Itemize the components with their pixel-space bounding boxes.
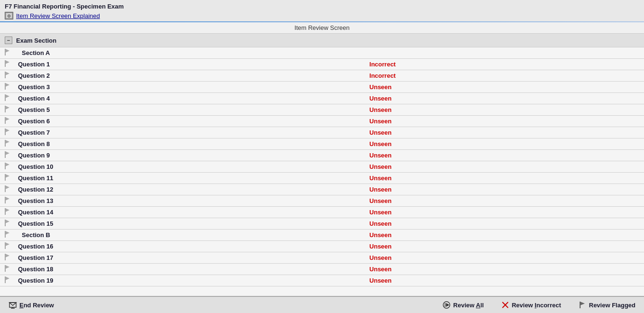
status-cell: Unseen bbox=[366, 252, 644, 264]
question-name-cell[interactable]: Question 12 bbox=[14, 184, 366, 195]
status-badge: Unseen bbox=[369, 163, 392, 170]
flag-icon bbox=[4, 174, 10, 181]
table-row[interactable]: Question 19Unseen bbox=[0, 275, 644, 286]
table-row[interactable]: Question 6Unseen bbox=[0, 116, 644, 127]
status-cell: Unseen bbox=[366, 116, 644, 127]
status-cell: Incorrect bbox=[366, 70, 644, 82]
table-row[interactable]: Question 8Unseen bbox=[0, 138, 644, 150]
svg-marker-45 bbox=[9, 303, 16, 305]
end-review-label-rest: nd Review bbox=[24, 302, 54, 309]
svg-marker-5 bbox=[5, 60, 9, 64]
flag-icon bbox=[4, 276, 10, 284]
question-name-cell[interactable]: Question 13 bbox=[14, 195, 366, 207]
table-row[interactable]: Question 15Unseen bbox=[0, 218, 644, 230]
table-row[interactable]: Question 17Unseen bbox=[0, 252, 644, 264]
table-row[interactable]: Question 14Unseen bbox=[0, 207, 644, 218]
table-row[interactable]: Question 11Unseen bbox=[0, 173, 644, 184]
question-name-cell[interactable]: Question 10 bbox=[14, 161, 366, 173]
status-badge: Unseen bbox=[369, 186, 392, 193]
flag-cell bbox=[0, 195, 14, 207]
flag-cell bbox=[0, 127, 14, 138]
review-panel: − Exam Section Section A Question 1Incor… bbox=[0, 34, 644, 296]
svg-marker-31 bbox=[5, 208, 9, 212]
svg-marker-19 bbox=[5, 140, 9, 144]
question-name-cell[interactable]: Question 7 bbox=[14, 127, 366, 138]
table-row[interactable]: Question 18Unseen bbox=[0, 264, 644, 275]
table-row[interactable]: Question 5Unseen bbox=[0, 104, 644, 116]
status-cell: Incorrect bbox=[366, 59, 644, 70]
help-link[interactable]: Item Review Screen Explained bbox=[16, 12, 100, 19]
question-name-cell[interactable]: Question 2 bbox=[14, 70, 366, 82]
question-name-cell[interactable]: Question 1 bbox=[14, 59, 366, 70]
table-row[interactable]: Section A bbox=[0, 47, 644, 59]
flag-icon bbox=[4, 208, 10, 215]
svg-marker-50 bbox=[446, 303, 449, 307]
status-badge: Unseen bbox=[369, 220, 392, 227]
svg-marker-23 bbox=[5, 163, 9, 166]
question-name-cell[interactable]: Question 15 bbox=[14, 218, 366, 230]
flag-cell bbox=[0, 218, 14, 230]
table-row[interactable]: Question 13Unseen bbox=[0, 195, 644, 207]
svg-marker-9 bbox=[5, 83, 9, 87]
question-name-cell[interactable]: Question 3 bbox=[14, 82, 366, 93]
table-row[interactable]: Question 10Unseen bbox=[0, 161, 644, 173]
flag-cell bbox=[0, 70, 14, 82]
review-incorrect-button[interactable]: Review Incorrect bbox=[497, 299, 565, 311]
table-row[interactable]: Question 2Incorrect bbox=[0, 70, 644, 82]
status-cell: Unseen bbox=[366, 127, 644, 138]
status-cell: Unseen bbox=[366, 218, 644, 230]
table-row[interactable]: Section BUnseen bbox=[0, 230, 644, 241]
question-name-cell[interactable]: Question 14 bbox=[14, 207, 366, 218]
status-badge: Unseen bbox=[369, 83, 392, 91]
status-cell: Unseen bbox=[366, 138, 644, 150]
question-name-cell[interactable]: Question 6 bbox=[14, 116, 366, 127]
question-name-cell[interactable]: Question 17 bbox=[14, 252, 366, 264]
question-name-cell[interactable]: Question 9 bbox=[14, 150, 366, 161]
top-header: F7 Financial Reporting - Specimen Exam ⚙… bbox=[0, 0, 644, 21]
question-name: Question 18 bbox=[18, 266, 53, 273]
svg-marker-17 bbox=[5, 129, 9, 132]
table-row[interactable]: Question 12Unseen bbox=[0, 184, 644, 195]
flag-icon bbox=[4, 83, 10, 90]
question-name: Question 8 bbox=[18, 140, 50, 147]
review-flagged-button[interactable]: Review Flagged bbox=[574, 299, 639, 311]
end-review-button[interactable]: End Review bbox=[5, 299, 58, 311]
svg-marker-39 bbox=[5, 254, 9, 258]
svg-marker-21 bbox=[5, 151, 9, 155]
status-cell: Unseen bbox=[366, 173, 644, 184]
status-badge: Unseen bbox=[369, 175, 392, 182]
flag-cell bbox=[0, 207, 14, 218]
table-container[interactable]: Section A Question 1Incorrect Question 2… bbox=[0, 47, 644, 296]
section-name: Section B bbox=[18, 231, 50, 239]
flag-cell bbox=[0, 59, 14, 70]
table-row[interactable]: Question 16Unseen bbox=[0, 241, 644, 252]
status-badge: Unseen bbox=[369, 106, 392, 113]
svg-marker-25 bbox=[5, 174, 9, 178]
question-name-cell[interactable]: Question 4 bbox=[14, 93, 366, 104]
question-name-cell[interactable]: Question 19 bbox=[14, 275, 366, 286]
question-name: Question 19 bbox=[18, 277, 53, 284]
collapse-button[interactable]: − bbox=[5, 37, 12, 44]
table-row[interactable]: Question 4Unseen bbox=[0, 93, 644, 104]
svg-marker-37 bbox=[5, 242, 9, 246]
section-name-cell: Section A bbox=[14, 47, 366, 59]
question-name-cell[interactable]: Question 8 bbox=[14, 138, 366, 150]
table-row[interactable]: Question 7Unseen bbox=[0, 127, 644, 138]
flag-icon bbox=[4, 71, 10, 79]
question-name-cell[interactable]: Question 18 bbox=[14, 264, 366, 275]
flag-cell bbox=[0, 252, 14, 264]
status-badge: Unseen bbox=[369, 243, 392, 250]
review-all-button[interactable]: Review All bbox=[438, 299, 488, 311]
question-name-cell[interactable]: Question 16 bbox=[14, 241, 366, 252]
question-name-cell[interactable]: Question 5 bbox=[14, 104, 366, 116]
flag-icon bbox=[4, 162, 10, 170]
flag-cell bbox=[0, 47, 14, 59]
table-row[interactable]: Question 1Incorrect bbox=[0, 59, 644, 70]
table-row[interactable]: Question 9Unseen bbox=[0, 150, 644, 161]
question-name-cell[interactable]: Question 11 bbox=[14, 173, 366, 184]
table-row[interactable]: Question 3Unseen bbox=[0, 82, 644, 93]
status-cell: Unseen bbox=[366, 241, 644, 252]
status-badge: Unseen bbox=[369, 140, 392, 147]
flag-cell bbox=[0, 264, 14, 275]
main-content: − Exam Section Section A Question 1Incor… bbox=[0, 34, 644, 296]
